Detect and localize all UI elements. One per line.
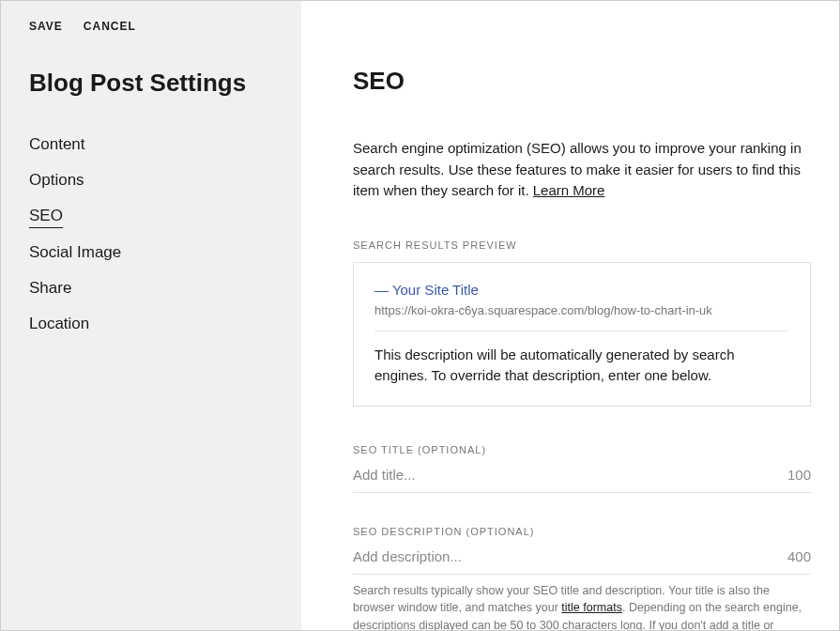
top-actions: SAVE CANCEL xyxy=(29,20,273,33)
preview-label: SEARCH RESULTS PREVIEW xyxy=(353,239,811,251)
title-formats-link[interactable]: title formats xyxy=(561,601,622,614)
intro-text: Search engine optimization (SEO) allows … xyxy=(353,138,811,202)
seo-description-helper: Search results typically show your SEO t… xyxy=(353,582,811,631)
seo-title-field: SEO TITLE (OPTIONAL) 100 xyxy=(353,444,811,493)
preview-url: https://koi-okra-c6ya.squarespace.com/bl… xyxy=(374,303,789,331)
main-panel: SEO Search engine optimization (SEO) all… xyxy=(301,1,839,630)
seo-title-row: 100 xyxy=(353,467,811,493)
sidebar-title: Blog Post Settings xyxy=(29,69,273,98)
seo-description-field: SEO DESCRIPTION (OPTIONAL) 400 Search re… xyxy=(353,526,811,631)
nav-item-location[interactable]: Location xyxy=(29,315,89,335)
cancel-button[interactable]: CANCEL xyxy=(84,20,136,33)
search-preview-box: — Your Site Title https://koi-okra-c6ya.… xyxy=(353,262,811,407)
save-button[interactable]: SAVE xyxy=(29,20,63,33)
learn-more-link[interactable]: Learn More xyxy=(533,182,605,198)
sidebar: SAVE CANCEL Blog Post Settings Content O… xyxy=(1,1,301,630)
seo-description-input[interactable] xyxy=(353,548,778,564)
nav-item-seo[interactable]: SEO xyxy=(29,207,63,228)
seo-description-count: 400 xyxy=(787,548,811,564)
preview-title: — Your Site Title xyxy=(374,282,789,298)
seo-title-count: 100 xyxy=(787,467,811,483)
seo-title-input[interactable] xyxy=(353,467,778,483)
seo-description-label: SEO DESCRIPTION (OPTIONAL) xyxy=(353,526,811,537)
seo-description-row: 400 xyxy=(353,548,811,575)
nav-list: Content Options SEO Social Image Share L… xyxy=(29,135,273,350)
nav-item-share[interactable]: Share xyxy=(29,279,71,300)
preview-description: This description will be automatically g… xyxy=(374,345,789,387)
seo-title-label: SEO TITLE (OPTIONAL) xyxy=(353,444,811,455)
nav-item-social-image[interactable]: Social Image xyxy=(29,243,121,264)
nav-item-options[interactable]: Options xyxy=(29,171,84,192)
main-heading: SEO xyxy=(353,67,811,96)
nav-item-content[interactable]: Content xyxy=(29,135,85,156)
